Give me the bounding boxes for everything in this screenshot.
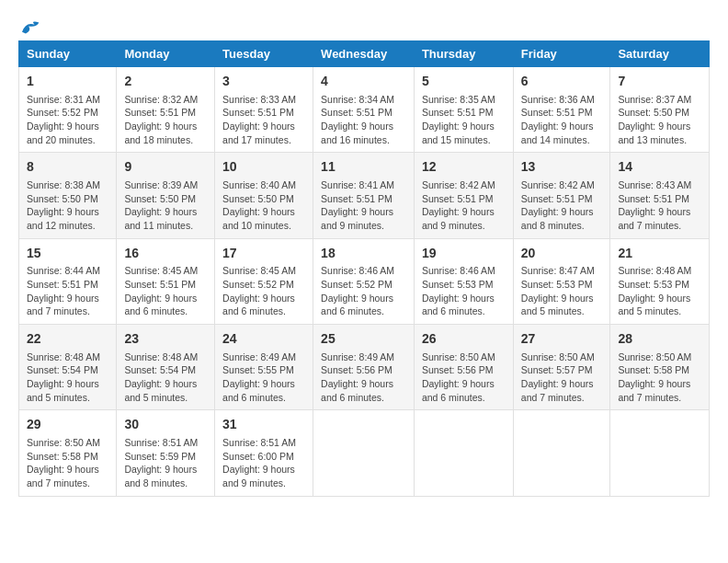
day-number: 31: [222, 416, 305, 434]
day-info: Sunrise: 8:46 AM Sunset: 5:52 PM Dayligh…: [321, 264, 406, 318]
calendar-cell: 27Sunrise: 8:50 AM Sunset: 5:57 PM Dayli…: [513, 325, 610, 410]
calendar-cell: 17Sunrise: 8:45 AM Sunset: 5:52 PM Dayli…: [215, 238, 313, 324]
column-header-monday: Monday: [117, 41, 215, 67]
logo: [18, 18, 44, 37]
calendar-cell: 5Sunrise: 8:35 AM Sunset: 5:51 PM Daylig…: [414, 67, 513, 153]
day-number: 1: [27, 73, 108, 91]
day-number: 29: [27, 416, 108, 434]
day-number: 22: [27, 330, 108, 349]
column-header-friday: Friday: [513, 41, 610, 67]
calendar-cell: 8Sunrise: 8:38 AM Sunset: 5:50 PM Daylig…: [19, 153, 117, 238]
day-info: Sunrise: 8:45 AM Sunset: 5:51 PM Dayligh…: [124, 264, 207, 318]
day-info: Sunrise: 8:47 AM Sunset: 5:53 PM Dayligh…: [521, 264, 603, 318]
calendar-cell: 30Sunrise: 8:51 AM Sunset: 5:59 PM Dayli…: [117, 410, 215, 496]
day-info: Sunrise: 8:48 AM Sunset: 5:53 PM Dayligh…: [618, 264, 701, 318]
calendar-cell: 18Sunrise: 8:46 AM Sunset: 5:52 PM Dayli…: [313, 238, 415, 324]
calendar-cell: 21Sunrise: 8:48 AM Sunset: 5:53 PM Dayli…: [610, 238, 710, 324]
day-number: 13: [521, 158, 603, 177]
calendar-cell: 11Sunrise: 8:41 AM Sunset: 5:51 PM Dayli…: [313, 153, 415, 238]
day-number: 2: [124, 73, 207, 91]
day-number: 10: [222, 158, 305, 177]
day-info: Sunrise: 8:41 AM Sunset: 5:51 PM Dayligh…: [321, 178, 406, 233]
day-info: Sunrise: 8:50 AM Sunset: 5:58 PM Dayligh…: [27, 436, 108, 490]
calendar-cell: [610, 410, 710, 496]
calendar-cell: 4Sunrise: 8:34 AM Sunset: 5:51 PM Daylig…: [313, 67, 415, 153]
day-number: 4: [321, 73, 406, 91]
calendar-cell: [513, 410, 610, 496]
calendar-cell: 19Sunrise: 8:46 AM Sunset: 5:53 PM Dayli…: [414, 238, 513, 324]
day-number: 26: [422, 330, 506, 349]
day-info: Sunrise: 8:49 AM Sunset: 5:56 PM Dayligh…: [321, 350, 406, 405]
calendar-week-row: 8Sunrise: 8:38 AM Sunset: 5:50 PM Daylig…: [19, 153, 710, 238]
day-info: Sunrise: 8:49 AM Sunset: 5:55 PM Dayligh…: [222, 350, 305, 405]
day-number: 17: [222, 245, 305, 263]
day-info: Sunrise: 8:31 AM Sunset: 5:52 PM Dayligh…: [27, 93, 108, 147]
day-number: 5: [422, 73, 506, 91]
calendar-cell: [313, 410, 415, 496]
calendar-week-row: 29Sunrise: 8:50 AM Sunset: 5:58 PM Dayli…: [19, 410, 710, 496]
day-number: 18: [321, 245, 406, 263]
day-info: Sunrise: 8:39 AM Sunset: 5:50 PM Dayligh…: [124, 178, 207, 233]
day-number: 7: [618, 73, 701, 91]
day-number: 14: [618, 158, 701, 177]
day-info: Sunrise: 8:37 AM Sunset: 5:50 PM Dayligh…: [618, 93, 701, 147]
day-info: Sunrise: 8:50 AM Sunset: 5:57 PM Dayligh…: [521, 350, 603, 405]
day-info: Sunrise: 8:48 AM Sunset: 5:54 PM Dayligh…: [124, 350, 207, 405]
column-header-sunday: Sunday: [19, 41, 117, 67]
calendar-cell: 25Sunrise: 8:49 AM Sunset: 5:56 PM Dayli…: [313, 325, 415, 410]
calendar-week-row: 22Sunrise: 8:48 AM Sunset: 5:54 PM Dayli…: [19, 325, 710, 410]
calendar-cell: 3Sunrise: 8:33 AM Sunset: 5:51 PM Daylig…: [215, 67, 313, 153]
calendar-week-row: 15Sunrise: 8:44 AM Sunset: 5:51 PM Dayli…: [19, 238, 710, 324]
day-number: 19: [422, 245, 506, 263]
day-number: 21: [618, 245, 701, 263]
column-header-thursday: Thursday: [414, 41, 513, 67]
day-info: Sunrise: 8:51 AM Sunset: 6:00 PM Dayligh…: [222, 436, 305, 490]
day-number: 15: [27, 245, 108, 263]
day-info: Sunrise: 8:35 AM Sunset: 5:51 PM Dayligh…: [422, 93, 506, 147]
day-info: Sunrise: 8:50 AM Sunset: 5:58 PM Dayligh…: [618, 350, 701, 405]
calendar-cell: 1Sunrise: 8:31 AM Sunset: 5:52 PM Daylig…: [19, 67, 117, 153]
calendar-cell: 29Sunrise: 8:50 AM Sunset: 5:58 PM Dayli…: [19, 410, 117, 496]
calendar-cell: 16Sunrise: 8:45 AM Sunset: 5:51 PM Dayli…: [117, 238, 215, 324]
day-info: Sunrise: 8:42 AM Sunset: 5:51 PM Dayligh…: [521, 178, 603, 233]
day-info: Sunrise: 8:43 AM Sunset: 5:51 PM Dayligh…: [618, 178, 701, 233]
calendar-cell: 9Sunrise: 8:39 AM Sunset: 5:50 PM Daylig…: [117, 153, 215, 238]
day-number: 9: [124, 158, 207, 177]
day-info: Sunrise: 8:33 AM Sunset: 5:51 PM Dayligh…: [222, 93, 305, 147]
calendar-table: SundayMondayTuesdayWednesdayThursdayFrid…: [18, 40, 710, 497]
calendar-cell: 2Sunrise: 8:32 AM Sunset: 5:51 PM Daylig…: [117, 67, 215, 153]
calendar-week-row: 1Sunrise: 8:31 AM Sunset: 5:52 PM Daylig…: [19, 67, 710, 153]
calendar-cell: 10Sunrise: 8:40 AM Sunset: 5:50 PM Dayli…: [215, 153, 313, 238]
day-info: Sunrise: 8:51 AM Sunset: 5:59 PM Dayligh…: [124, 436, 207, 490]
calendar-cell: 7Sunrise: 8:37 AM Sunset: 5:50 PM Daylig…: [610, 67, 710, 153]
day-info: Sunrise: 8:48 AM Sunset: 5:54 PM Dayligh…: [27, 350, 108, 405]
day-info: Sunrise: 8:50 AM Sunset: 5:56 PM Dayligh…: [422, 350, 506, 405]
column-header-saturday: Saturday: [610, 41, 710, 67]
day-number: 23: [124, 330, 207, 349]
day-number: 20: [521, 245, 603, 263]
day-number: 27: [521, 330, 603, 349]
day-number: 16: [124, 245, 207, 263]
calendar-cell: 23Sunrise: 8:48 AM Sunset: 5:54 PM Dayli…: [117, 325, 215, 410]
day-info: Sunrise: 8:36 AM Sunset: 5:51 PM Dayligh…: [521, 93, 603, 147]
day-number: 11: [321, 158, 406, 177]
day-number: 25: [321, 330, 406, 349]
day-number: 8: [27, 158, 108, 177]
day-number: 30: [124, 416, 207, 434]
calendar-cell: 22Sunrise: 8:48 AM Sunset: 5:54 PM Dayli…: [19, 325, 117, 410]
calendar-cell: 15Sunrise: 8:44 AM Sunset: 5:51 PM Dayli…: [19, 238, 117, 324]
day-info: Sunrise: 8:38 AM Sunset: 5:50 PM Dayligh…: [27, 178, 108, 233]
calendar-cell: 14Sunrise: 8:43 AM Sunset: 5:51 PM Dayli…: [610, 153, 710, 238]
calendar-cell: 28Sunrise: 8:50 AM Sunset: 5:58 PM Dayli…: [610, 325, 710, 410]
calendar-cell: 24Sunrise: 8:49 AM Sunset: 5:55 PM Dayli…: [215, 325, 313, 410]
day-info: Sunrise: 8:44 AM Sunset: 5:51 PM Dayligh…: [27, 264, 108, 318]
calendar-cell: 6Sunrise: 8:36 AM Sunset: 5:51 PM Daylig…: [513, 67, 610, 153]
calendar-cell: 13Sunrise: 8:42 AM Sunset: 5:51 PM Dayli…: [513, 153, 610, 238]
calendar-cell: 26Sunrise: 8:50 AM Sunset: 5:56 PM Dayli…: [414, 325, 513, 410]
calendar-cell: 12Sunrise: 8:42 AM Sunset: 5:51 PM Dayli…: [414, 153, 513, 238]
column-header-wednesday: Wednesday: [313, 41, 415, 67]
calendar-header-row: SundayMondayTuesdayWednesdayThursdayFrid…: [19, 41, 710, 67]
logo-bird-icon: [18, 18, 40, 37]
day-number: 28: [618, 330, 701, 349]
calendar-cell: [414, 410, 513, 496]
